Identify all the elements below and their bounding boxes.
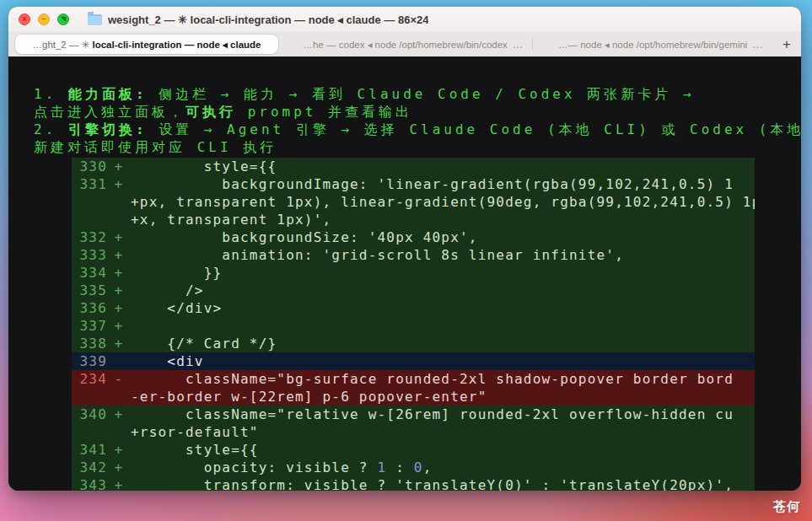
diff-line-number: 334 — [78, 264, 107, 282]
zoom-button[interactable]: ◥ — [57, 13, 69, 25]
diff-line-number — [78, 211, 107, 228]
diff-sign: + — [107, 264, 131, 282]
tab-gemini[interactable]: …— node ◂ node /opt/homebrew/bin/gemini … — [533, 32, 772, 56]
tab-codex-label: …he — codex ◂ node /opt/homebrew/bin/cod… — [304, 39, 508, 51]
diff-line-number — [78, 193, 107, 211]
diff-line-number: 339 — [78, 352, 107, 370]
diff-row: +x, transparent 1px)', — [72, 211, 755, 228]
diff-code: animation: 'grid-scroll 8s linear infini… — [131, 246, 755, 264]
diff-code: +rsor-default" — [131, 423, 755, 441]
diff-line-number: 337 — [78, 317, 107, 335]
diff-sign: + — [107, 459, 131, 476]
tab-codex[interactable]: …he — codex ◂ node /opt/homebrew/bin/cod… — [278, 32, 532, 56]
diff-row: 335+ /> — [72, 282, 755, 299]
code-diff-block: 330+ style={{331+ backgroundImage: 'line… — [72, 158, 755, 491]
diff-code: -er-border w-[22rem] p-6 popover-enter" — [131, 388, 755, 406]
diff-row: 334+ }} — [72, 264, 755, 282]
terminal-text-line: 新建对话即使用对应 CLI 执行 — [34, 138, 801, 156]
diff-line-number: 340 — [78, 406, 107, 423]
diff-code: +px, transparent 1px), linear-gradient(9… — [131, 193, 755, 211]
terminal-text-line: 1. 能力面板: 侧边栏 → 能力 → 看到 Claude Code / Cod… — [34, 85, 801, 103]
diff-row: 331+ backgroundImage: 'linear-gradient(r… — [72, 175, 755, 193]
diff-sign — [107, 211, 131, 228]
diff-row: -er-border w-[22rem] p-6 popover-enter" — [72, 388, 755, 406]
tab-claude[interactable]: …ght_2 — ✳ local-cli-integration — node … — [15, 35, 278, 54]
terminal-window: × − ◥ wesight_2 — ✳ local-cli-integratio… — [8, 7, 801, 491]
minimize-button[interactable]: − — [38, 13, 50, 25]
tab-bar: …ght_2 — ✳ local-cli-integration — node … — [8, 32, 801, 57]
tab-codex-overflow-icon[interactable]: … — [512, 38, 524, 51]
diff-code: style={{ — [131, 441, 755, 459]
diff-code: backgroundSize: '40px 40px', — [131, 228, 755, 246]
diff-sign — [107, 388, 131, 406]
diff-sign: + — [107, 406, 131, 423]
diff-line-number — [78, 423, 107, 441]
diff-line-number: 330 — [78, 158, 107, 175]
traffic-lights: × − ◥ — [17, 13, 69, 25]
diff-line-number: 341 — [78, 441, 107, 459]
terminal-screen[interactable]: 1. 能力面板: 侧边栏 → 能力 → 看到 Claude Code / Cod… — [8, 57, 801, 491]
diff-sign: + — [107, 282, 131, 299]
diff-row: 343+ transform: visible ? 'translateY(0)… — [72, 476, 755, 491]
diff-line-number: 332 — [78, 228, 107, 246]
diff-sign: + — [107, 299, 131, 317]
diff-sign: + — [107, 158, 131, 175]
folder-icon — [88, 14, 102, 25]
diff-code: {/* Card */} — [131, 335, 755, 352]
diff-sign: + — [107, 335, 131, 352]
diff-code — [131, 317, 755, 335]
diff-code: +x, transparent 1px)', — [131, 211, 755, 228]
window-title: wesight_2 — ✳ local-cli-integration — no… — [108, 13, 428, 26]
diff-sign: - — [107, 370, 131, 388]
diff-code: style={{ — [131, 158, 755, 175]
tab-claude-label: …ght_2 — ✳ local-cli-integration — node … — [32, 39, 261, 51]
diff-sign — [107, 423, 131, 441]
diff-row: 337+ — [72, 317, 755, 335]
diff-sign: + — [107, 246, 131, 264]
diff-row: 332+ backgroundSize: '40px 40px', — [72, 228, 755, 246]
diff-sign: + — [107, 476, 131, 491]
diff-code: </div> — [131, 299, 755, 317]
diff-line-number: 338 — [78, 335, 107, 352]
diff-code: }} — [131, 264, 755, 282]
diff-line-number: 234 — [78, 370, 107, 388]
terminal-intro-text: 1. 能力面板: 侧边栏 → 能力 → 看到 Claude Code / Cod… — [34, 85, 801, 156]
diff-line-number: 336 — [78, 299, 107, 317]
diff-row: 234- className="bg-surface rounded-2xl s… — [72, 370, 755, 388]
diff-row: 341+ style={{ — [72, 441, 755, 459]
diff-line-number — [78, 388, 107, 406]
tab-gemini-label: …— node ◂ node /opt/homebrew/bin/gemini — [558, 39, 747, 51]
watermark: 苍何 — [773, 499, 800, 515]
diff-row: 339 <div — [72, 352, 755, 370]
diff-row: 330+ style={{ — [72, 158, 755, 175]
diff-line-number: 331 — [78, 175, 107, 193]
diff-code: opacity: visible ? 1 : 0, — [131, 459, 755, 476]
diff-line-number: 343 — [78, 476, 107, 491]
new-tab-button[interactable]: + — [772, 32, 801, 56]
window-title-wrap: wesight_2 — ✳ local-cli-integration — no… — [88, 13, 428, 26]
diff-code: className="relative w-[26rem] rounded-2x… — [131, 406, 755, 423]
diff-code: transform: visible ? 'translateY(0)' : '… — [131, 476, 755, 491]
diff-row: +px, transparent 1px), linear-gradient(9… — [72, 193, 755, 211]
diff-sign: + — [107, 175, 131, 193]
diff-code: className="bg-surface rounded-2xl shadow… — [131, 370, 755, 388]
diff-line-number: 335 — [78, 282, 107, 299]
tab-gemini-overflow-icon[interactable]: … — [752, 38, 764, 51]
diff-code: <div — [131, 352, 755, 370]
diff-line-number: 342 — [78, 459, 107, 476]
close-button[interactable]: × — [19, 13, 30, 25]
diff-sign — [107, 352, 131, 370]
diff-sign: + — [107, 317, 131, 335]
terminal-text-line: 2. 引擎切换: 设置 → Agent 引擎 → 选择 Claude Code … — [34, 121, 801, 138]
diff-sign: + — [107, 441, 131, 459]
title-bar: × − ◥ wesight_2 — ✳ local-cli-integratio… — [8, 7, 801, 32]
diff-code: /> — [131, 282, 755, 299]
diff-line-number: 333 — [78, 246, 107, 264]
diff-row: 336+ </div> — [72, 299, 755, 317]
diff-sign — [107, 193, 131, 211]
diff-row: 338+ {/* Card */} — [72, 335, 755, 352]
diff-row: 333+ animation: 'grid-scroll 8s linear i… — [72, 246, 755, 264]
diff-row: 340+ className="relative w-[26rem] round… — [72, 406, 755, 423]
diff-row: +rsor-default" — [72, 423, 755, 441]
diff-code: backgroundImage: 'linear-gradient(rgba(9… — [131, 175, 755, 193]
